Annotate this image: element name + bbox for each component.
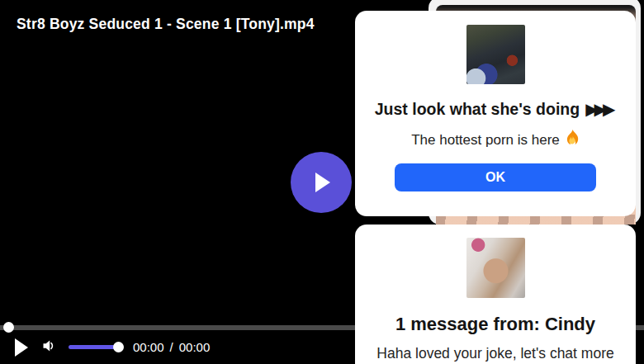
big-play-button[interactable] bbox=[291, 152, 352, 213]
progress-thumb[interactable] bbox=[3, 322, 14, 333]
offer-heading: Just look what she's doing ▶▶▶ bbox=[375, 99, 617, 119]
message-sender-thumbnail[interactable] bbox=[466, 238, 525, 298]
time-separator: / bbox=[170, 340, 173, 354]
offer-heading-text: Just look what she's doing bbox=[375, 100, 580, 119]
play-icon bbox=[315, 173, 330, 192]
video-title: Str8 Boyz Seduced 1 - Scene 1 [Tony].mp4 bbox=[17, 16, 315, 33]
offer-popup[interactable]: Just look what she's doing ▶▶▶ The hotte… bbox=[355, 11, 636, 216]
volume-button[interactable] bbox=[42, 339, 55, 352]
offer-subtext-text: The hottest porn is here bbox=[411, 132, 560, 149]
time-display: 00:00/00:00 bbox=[133, 340, 210, 354]
ok-button[interactable]: OK bbox=[395, 163, 596, 191]
play-button[interactable] bbox=[15, 338, 28, 357]
fire-icon bbox=[566, 130, 580, 150]
total-time: 00:00 bbox=[179, 340, 211, 354]
offer-subtext: The hottest porn is here bbox=[411, 130, 580, 150]
message-popup[interactable]: 1 message from: Cindy Haha loved your jo… bbox=[355, 225, 636, 364]
message-text: Haha loved your joke, let's chat more bbox=[376, 345, 613, 362]
triple-arrow-icon: ▶▶▶ bbox=[585, 99, 616, 119]
volume-thumb[interactable] bbox=[113, 342, 124, 352]
current-time: 00:00 bbox=[133, 340, 164, 354]
offer-thumbnail[interactable] bbox=[466, 25, 525, 84]
message-heading: 1 message from: Cindy bbox=[395, 314, 595, 335]
speaker-icon bbox=[42, 343, 55, 355]
video-player-page: Str8 Boyz Seduced 1 - Scene 1 [Tony].mp4… bbox=[0, 0, 644, 364]
